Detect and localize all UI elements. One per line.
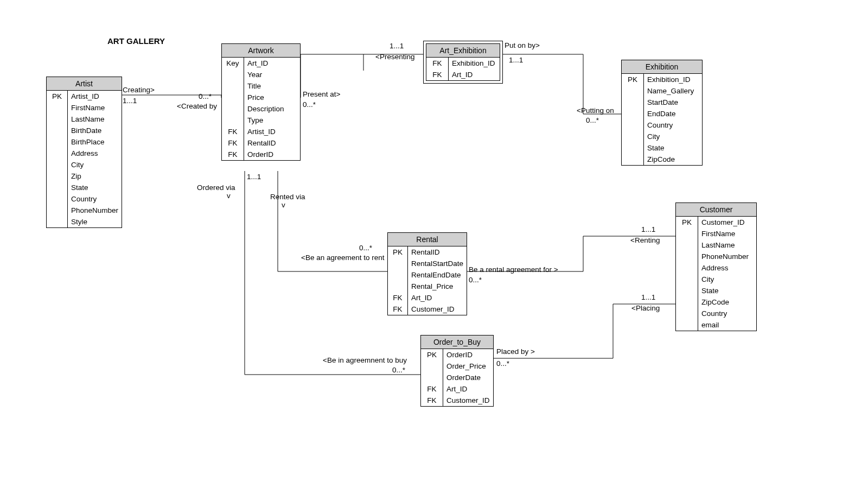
key-cell: FK <box>388 303 407 315</box>
key-cell <box>676 228 698 239</box>
attr-cell: City <box>67 159 122 170</box>
attr-cell: Title <box>244 80 301 92</box>
label-zero-star-b: 0...* <box>303 100 316 109</box>
label-one-one-b: 1...1 <box>390 42 404 50</box>
attr-cell: EndDate <box>644 108 703 119</box>
attr-cell: Customer_ID <box>443 395 494 406</box>
key-cell <box>222 69 244 80</box>
key-cell <box>388 269 407 281</box>
attr-cell: Type <box>244 115 301 126</box>
attr-cell: Rental_Price <box>407 281 467 292</box>
attr-cell: State <box>644 142 703 154</box>
entity-art-exhibition: Art_Exhibition FKExhibition_ID FKArt_ID <box>426 43 500 81</box>
label-v2: v <box>282 201 285 209</box>
key-cell: Key <box>222 58 244 69</box>
key-cell <box>676 285 698 296</box>
key-cell: PK <box>676 217 698 228</box>
label-zero-star-a: 0...* <box>199 92 212 100</box>
key-cell <box>222 80 244 92</box>
attr-cell: Artist_ID <box>67 91 122 102</box>
attr-cell: FirstName <box>67 102 122 113</box>
attr-cell: LastName <box>67 113 122 125</box>
entity-customer: Customer PKCustomer_ID FirstName LastNam… <box>675 202 757 331</box>
attr-cell: email <box>698 319 757 331</box>
key-cell <box>421 372 443 383</box>
label-created-by: <Created by <box>177 102 217 110</box>
key-cell <box>47 136 67 148</box>
key-cell: PK <box>421 349 443 360</box>
attr-cell: Art_ID <box>443 383 494 395</box>
label-one-one-a: 1...1 <box>123 97 137 105</box>
key-cell <box>47 182 67 193</box>
attr-cell: ZipCode <box>644 154 703 165</box>
attr-cell: Style <box>67 216 122 227</box>
entity-art-exhibition-header: Art_Exhibition <box>426 44 500 58</box>
key-cell <box>47 193 67 205</box>
entity-artwork: Artwork KeyArt_ID Year Title Price Descr… <box>221 43 301 161</box>
attr-cell: Zip <box>67 170 122 182</box>
key-cell <box>47 159 67 170</box>
attr-cell: BirthDate <box>67 125 122 136</box>
attr-cell: Art_ID <box>449 69 500 80</box>
label-placing: <Placing <box>631 304 660 312</box>
key-cell <box>222 103 244 115</box>
key-cell <box>388 258 407 269</box>
entity-rental-header: Rental <box>388 233 467 246</box>
attr-cell: Customer_ID <box>698 217 757 228</box>
label-zero-star-g: 0...* <box>392 366 405 374</box>
label-zero-star-c: 0...* <box>586 116 599 124</box>
label-zero-star-f: 0...* <box>496 359 509 368</box>
label-be-rental-for: Be a rental agreement for > <box>469 265 558 274</box>
key-cell: FK <box>388 292 407 303</box>
attr-cell: BirthPlace <box>67 136 122 148</box>
attr-cell: Year <box>244 69 301 80</box>
key-cell <box>676 274 698 285</box>
attr-cell: State <box>67 182 122 193</box>
key-cell <box>47 125 67 136</box>
label-rented-via: Rented via <box>270 193 305 201</box>
attr-cell: Price <box>244 92 301 103</box>
label-presenting: <Presenting <box>375 53 414 61</box>
entity-artist-header: Artist <box>47 77 122 91</box>
attr-cell: Address <box>67 148 122 159</box>
entity-order-header: Order_to_Buy <box>421 336 493 349</box>
label-placed-by: Placed by > <box>496 347 535 356</box>
key-cell <box>676 262 698 274</box>
attr-cell: Customer_ID <box>407 303 467 315</box>
er-diagram-canvas: ART GALLERY Artist PKArtist_ID FirstName… <box>0 0 868 481</box>
attr-cell: PhoneNumber <box>698 251 757 262</box>
key-cell <box>47 216 67 227</box>
attr-cell: Country <box>644 119 703 131</box>
key-cell: FK <box>426 69 449 80</box>
key-cell <box>222 115 244 126</box>
attr-cell: FirstName <box>698 228 757 239</box>
label-v1: v <box>227 192 231 200</box>
attr-cell: RentalStartDate <box>407 258 467 269</box>
attr-cell: Exhibition_ID <box>449 58 500 69</box>
attr-cell: StartDate <box>644 97 703 108</box>
key-cell: FK <box>222 126 244 137</box>
key-cell <box>676 319 698 331</box>
entity-customer-header: Customer <box>676 203 756 217</box>
key-cell: FK <box>421 383 443 395</box>
key-cell <box>47 102 67 113</box>
attr-cell: RentalEndDate <box>407 269 467 281</box>
attr-cell: Artist_ID <box>244 126 301 137</box>
diagram-title: ART GALLERY <box>107 36 165 46</box>
attr-cell: City <box>698 274 757 285</box>
attr-cell: Description <box>244 103 301 115</box>
key-cell <box>388 281 407 292</box>
label-put-on-by: Put on by> <box>505 41 540 49</box>
key-cell: FK <box>222 149 244 160</box>
label-present-at: Present at> <box>303 90 340 98</box>
key-cell <box>47 170 67 182</box>
label-putting-on: <Putting on <box>577 106 614 115</box>
label-creating: Creating> <box>123 86 155 94</box>
attr-cell: Order_Price <box>443 360 494 372</box>
attr-cell: RentalID <box>244 137 301 149</box>
key-cell <box>622 142 644 154</box>
key-cell <box>676 239 698 251</box>
entity-exhibition-header: Exhibition <box>622 60 702 74</box>
entity-art-exhibition-frame: Art_Exhibition FKExhibition_ID FKArt_ID <box>423 41 503 84</box>
attr-cell: Country <box>67 193 122 205</box>
